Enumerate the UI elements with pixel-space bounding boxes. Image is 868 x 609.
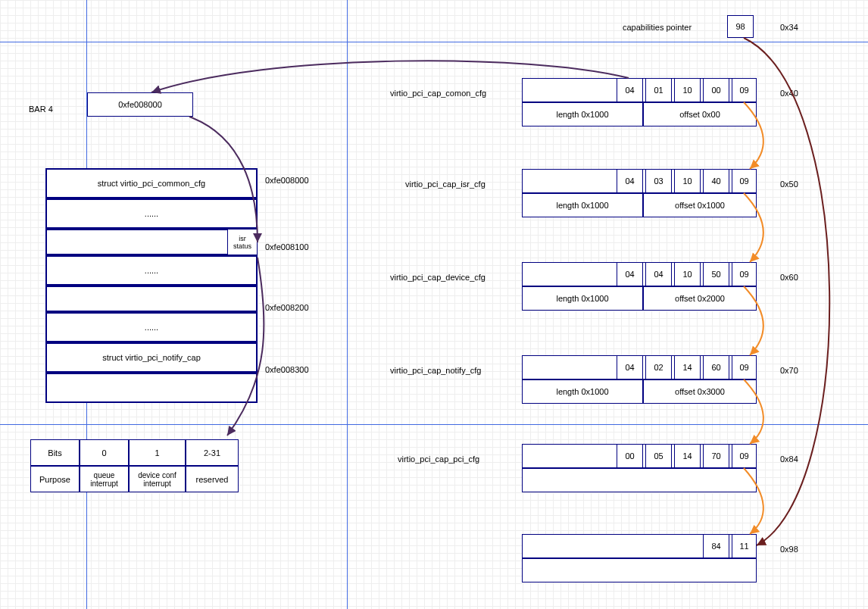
- cap3-length: length 0x1000: [522, 379, 643, 404]
- cap1-label: virtio_pci_cap_isr_cfg: [405, 180, 486, 189]
- cap1-addr: 0x50: [780, 180, 798, 189]
- cap0-offset: offset 0x00: [643, 102, 757, 126]
- bar4-value: 0xfe008000: [87, 92, 193, 117]
- cap-ptr-label: capabilities pointer: [623, 23, 692, 32]
- lastcap-row1: [522, 558, 757, 582]
- cap2-c3: 50: [703, 262, 729, 286]
- cap2-offset: offset 0x2000: [643, 286, 757, 311]
- struct-addr-2: 0xfe008100: [265, 242, 309, 251]
- cap3-c3: 60: [703, 355, 729, 379]
- cap2-c2: 10: [674, 262, 701, 286]
- bits-h-2: 1: [129, 439, 186, 466]
- lastcap-c1: 11: [732, 534, 757, 558]
- cap0-c1: 01: [645, 78, 672, 102]
- cap2-addr: 0x60: [780, 273, 798, 282]
- bits-h-1: 0: [80, 439, 129, 466]
- bits-r-1: queue interrupt: [80, 466, 129, 492]
- struct-row-4: [45, 286, 258, 312]
- cap0-label: virtio_pci_cap_comon_cfg: [390, 89, 486, 98]
- cap3-c1: 02: [645, 355, 672, 379]
- cap3-c2: 14: [674, 355, 701, 379]
- struct-row-7: [45, 373, 258, 403]
- axis-v2: [347, 0, 348, 609]
- cap2-c1: 04: [645, 262, 672, 286]
- cap3-c0: 04: [617, 355, 643, 379]
- cap1-c4: 09: [732, 169, 757, 193]
- axis-h1: [0, 42, 868, 42]
- cap4-c0: 00: [617, 444, 643, 468]
- cap4-c4: 09: [732, 444, 757, 468]
- cap1-c3: 40: [703, 169, 729, 193]
- struct-row-5: ......: [45, 312, 258, 342]
- bits-r-3: reserved: [186, 466, 239, 492]
- struct-row-6: struct virtio_pci_notify_cap: [45, 342, 258, 373]
- cap4-label: virtio_pci_cap_pci_cfg: [398, 454, 479, 464]
- cap-ptr-addr: 0x34: [780, 23, 798, 32]
- cap1-c0: 04: [617, 169, 643, 193]
- axis-h2: [0, 424, 868, 425]
- lastcap-addr: 0x98: [780, 545, 798, 554]
- bar4-label: BAR 4: [29, 105, 53, 114]
- bits-r-2: device conf interrupt: [129, 466, 186, 492]
- bits-r-0: Purpose: [30, 466, 80, 492]
- struct-addr-6: 0xfe008300: [265, 365, 309, 374]
- isr-status-cell: isr status: [227, 229, 258, 255]
- cap0-c2: 10: [674, 78, 701, 102]
- cap0-addr: 0x40: [780, 89, 798, 98]
- cap2-c0: 04: [617, 262, 643, 286]
- struct-row-0: struct virtio_pci_common_cfg: [45, 168, 258, 198]
- cap2-c4: 09: [732, 262, 757, 286]
- struct-addr-4: 0xfe008200: [265, 303, 309, 312]
- cap3-addr: 0x70: [780, 366, 798, 375]
- cap4-c3: 70: [703, 444, 729, 468]
- cap0-c3: 00: [703, 78, 729, 102]
- cap2-length: length 0x1000: [522, 286, 643, 311]
- cap0-c4: 09: [732, 78, 757, 102]
- cap1-c1: 03: [645, 169, 672, 193]
- cap-ptr-value: 98: [727, 15, 754, 38]
- cap3-label: virtio_pci_cap_notify_cfg: [390, 366, 481, 375]
- cap4-row1: [522, 468, 757, 492]
- cap0-c0: 04: [617, 78, 643, 102]
- lastcap-c0: 84: [703, 534, 729, 558]
- cap3-c4: 09: [732, 355, 757, 379]
- struct-addr-0: 0xfe008000: [265, 176, 309, 185]
- struct-row-2: [45, 229, 258, 255]
- cap2-label: virtio_pci_cap_device_cfg: [390, 273, 486, 282]
- cap1-c2: 10: [674, 169, 701, 193]
- bits-h-0: Bits: [30, 439, 80, 466]
- cap4-addr: 0x84: [780, 454, 798, 464]
- cap4-c1: 05: [645, 444, 672, 468]
- struct-row-3: ......: [45, 255, 258, 286]
- cap0-length: length 0x1000: [522, 102, 643, 126]
- bits-h-3: 2-31: [186, 439, 239, 466]
- cap1-offset: offset 0x1000: [643, 193, 757, 217]
- cap3-offset: offset 0x3000: [643, 379, 757, 404]
- struct-row-1: ......: [45, 198, 258, 229]
- cap4-c2: 14: [674, 444, 701, 468]
- cap1-length: length 0x1000: [522, 193, 643, 217]
